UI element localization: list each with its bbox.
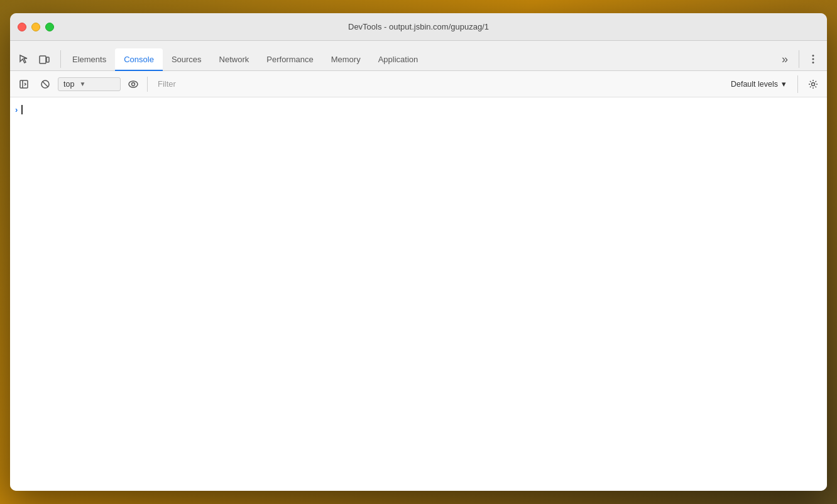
devtools-menu-icon[interactable] <box>804 50 822 68</box>
console-settings-icon[interactable] <box>804 75 822 93</box>
tab-sources[interactable]: Sources <box>163 48 211 71</box>
tab-bar-right: » <box>776 50 822 68</box>
tab-bar-right-separator <box>799 50 799 68</box>
tab-console[interactable]: Console <box>115 48 163 71</box>
more-tabs-icon[interactable]: » <box>776 50 794 68</box>
console-cursor <box>21 105 23 114</box>
prompt-chevron-icon[interactable]: › <box>15 105 18 114</box>
console-content[interactable]: › <box>10 97 827 491</box>
svg-rect-1 <box>46 57 49 62</box>
levels-label: Default levels <box>731 80 778 89</box>
tab-performance[interactable]: Performance <box>258 48 322 71</box>
close-button[interactable] <box>18 23 26 31</box>
console-toolbar: top ▼ Default levels ▾ <box>10 71 827 97</box>
tab-bar: Elements Console Sources Network Perform… <box>10 41 827 71</box>
title-bar: DevTools - output.jsbin.com/gupuzag/1 <box>10 13 827 41</box>
svg-point-9 <box>129 81 138 87</box>
svg-point-2 <box>812 55 814 57</box>
console-sidebar-toggle-icon[interactable] <box>15 75 33 93</box>
console-prompt-row: › <box>10 102 827 116</box>
svg-rect-0 <box>40 56 46 63</box>
console-toolbar-separator <box>147 77 148 92</box>
svg-point-10 <box>132 82 135 85</box>
inspect-element-icon[interactable] <box>15 50 33 68</box>
traffic-lights <box>18 23 54 31</box>
tab-memory[interactable]: Memory <box>322 48 369 71</box>
maximize-button[interactable] <box>45 23 54 31</box>
tab-bar-separator <box>60 50 61 68</box>
levels-dropdown-icon: ▾ <box>782 79 786 89</box>
clear-console-icon[interactable] <box>36 75 54 93</box>
minimize-button[interactable] <box>31 23 40 31</box>
svg-point-4 <box>812 62 814 63</box>
tab-application[interactable]: Application <box>369 48 427 71</box>
window-title: DevTools - output.jsbin.com/gupuzag/1 <box>348 22 489 31</box>
context-dropdown-icon: ▼ <box>79 80 85 87</box>
tab-bar-left-tools <box>15 50 58 68</box>
context-value: top <box>63 80 74 89</box>
tab-elements[interactable]: Elements <box>63 48 115 71</box>
device-toolbar-icon[interactable] <box>35 50 53 68</box>
live-expressions-icon[interactable] <box>124 75 142 93</box>
tabs-container: Elements Console Sources Network Perform… <box>63 48 776 70</box>
log-levels-selector[interactable]: Default levels ▾ <box>726 77 791 91</box>
filter-input[interactable] <box>153 77 722 91</box>
tab-network[interactable]: Network <box>211 48 258 71</box>
svg-point-3 <box>812 58 814 60</box>
devtools-window: DevTools - output.jsbin.com/gupuzag/1 El… <box>10 13 827 491</box>
javascript-context-selector[interactable]: top ▼ <box>58 77 121 91</box>
svg-point-11 <box>812 82 815 85</box>
svg-rect-5 <box>20 80 28 88</box>
console-toolbar-right-separator <box>797 75 798 93</box>
svg-line-8 <box>43 82 48 87</box>
